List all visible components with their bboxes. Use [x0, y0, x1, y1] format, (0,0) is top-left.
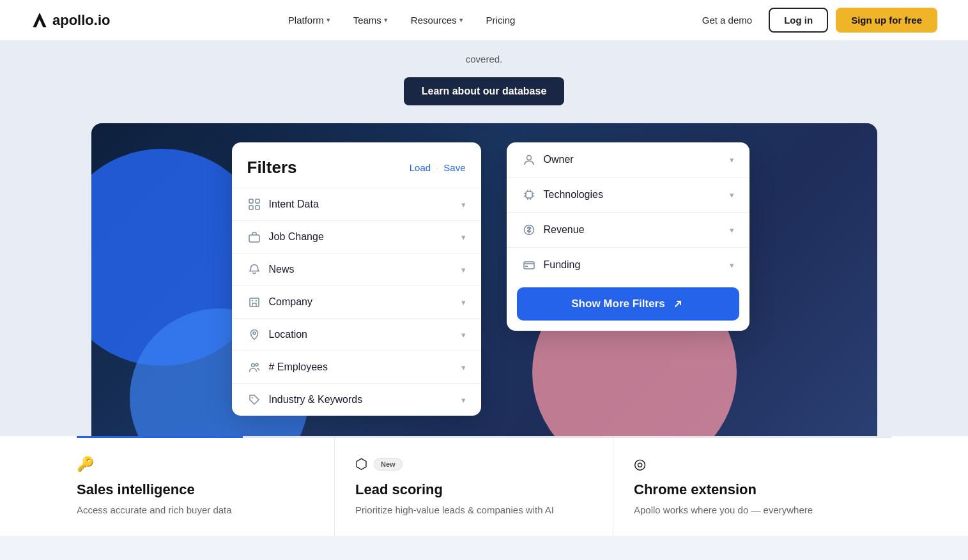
filter-company-label: Company: [269, 296, 312, 308]
filter-company[interactable]: Company ▾: [232, 285, 481, 318]
lead-scoring-title: Lead scoring: [355, 481, 592, 498]
filter-industry-keywords-label: Industry & Keywords: [269, 394, 363, 405]
svg-rect-6: [252, 300, 253, 301]
right-filter-technologies-label: Technologies: [544, 189, 603, 201]
nav-teams[interactable]: Teams ▾: [344, 10, 397, 31]
chevron-down-icon: ▾: [384, 16, 388, 24]
demo-card: Filters Load · Save Intent Data ▾: [91, 123, 877, 436]
svg-rect-13: [526, 192, 532, 198]
briefcase-icon: [247, 230, 261, 244]
chrome-extension-card: ◎ Chrome extension Apollo works where yo…: [613, 438, 891, 536]
grid-icon: [247, 197, 261, 211]
filter-employees-label: # Employees: [269, 361, 328, 373]
login-button[interactable]: Log in: [769, 8, 828, 33]
chrome-extension-desc: Apollo works where you do — everywhere: [634, 503, 871, 518]
pin-icon: [247, 328, 261, 342]
right-filter-technologies[interactable]: Technologies ▾: [507, 178, 749, 213]
sales-intelligence-title: Sales intelligence: [77, 481, 314, 498]
right-filter-funding-label: Funding: [544, 259, 581, 271]
chevron-down-icon: ▾: [327, 16, 330, 24]
chrome-extension-title: Chrome extension: [634, 481, 871, 498]
right-filter-owner[interactable]: Owner ▾: [507, 142, 749, 178]
signup-button[interactable]: Sign up for free: [836, 8, 937, 33]
nav-links: Platform ▾ Teams ▾ Resources ▾ Pricing: [279, 10, 525, 31]
chip-icon: [522, 188, 536, 202]
person-icon: [522, 153, 536, 167]
svg-rect-4: [249, 235, 259, 242]
filters-load-link[interactable]: Load: [410, 162, 431, 173]
svg-rect-1: [256, 199, 259, 203]
chevron-down-icon: ▾: [461, 363, 466, 372]
right-filters-panel: Owner ▾ Technologies ▾ Reven: [507, 142, 749, 331]
filters-title: Filters: [247, 158, 297, 178]
nav-pricing[interactable]: Pricing: [477, 10, 525, 31]
svg-point-10: [256, 363, 258, 366]
external-link-icon: [672, 298, 684, 310]
filter-job-change[interactable]: Job Change ▾: [232, 220, 481, 253]
card-icon: [522, 258, 536, 272]
svg-point-12: [526, 156, 531, 160]
chevron-down-icon: ▾: [461, 200, 466, 209]
navbar: apollo.io Platform ▾ Teams ▾ Resources ▾…: [0, 0, 968, 41]
svg-rect-16: [525, 266, 528, 267]
dollar-icon: [522, 223, 536, 237]
right-filter-revenue[interactable]: Revenue ▾: [507, 213, 749, 248]
nav-platform[interactable]: Platform ▾: [279, 10, 339, 31]
learn-database-button[interactable]: Learn about our database: [404, 77, 565, 105]
svg-rect-15: [524, 262, 534, 269]
filter-industry-keywords[interactable]: Industry & Keywords ▾: [232, 383, 481, 416]
filters-actions: Load · Save: [410, 162, 466, 173]
filter-intent-data-label: Intent Data: [269, 199, 319, 210]
right-filter-funding[interactable]: Funding ▾: [507, 248, 749, 282]
filter-employees[interactable]: # Employees ▾: [232, 351, 481, 383]
key-icon: 🔑: [77, 456, 94, 473]
chevron-down-icon: ▾: [461, 232, 466, 242]
svg-rect-0: [249, 199, 253, 203]
chevron-down-icon: ▾: [459, 16, 463, 24]
right-filter-revenue-label: Revenue: [544, 224, 585, 236]
tag-icon: [247, 393, 261, 407]
hero-section: covered. Learn about our database: [0, 41, 968, 123]
filter-news-label: News: [269, 264, 295, 275]
sales-intelligence-card: 🔑 Sales intelligence Access accurate and…: [77, 438, 334, 536]
lead-scoring-desc: Prioritize high-value leads & companies …: [355, 503, 592, 518]
building-icon: [247, 295, 261, 309]
bell-icon: [247, 262, 261, 276]
sales-intelligence-desc: Access accurate and rich buyer data: [77, 503, 314, 518]
chevron-down-icon: ▾: [461, 395, 466, 405]
svg-rect-7: [256, 300, 257, 301]
bottom-cards-row: 🔑 Sales intelligence Access accurate and…: [77, 438, 891, 536]
svg-point-8: [253, 332, 256, 335]
logo[interactable]: apollo.io: [31, 11, 110, 29]
svg-rect-3: [256, 206, 259, 209]
chevron-down-icon: ▾: [461, 298, 466, 307]
filters-header: Filters Load · Save: [232, 158, 481, 188]
chevron-down-icon: ▾: [730, 190, 734, 200]
people-icon: [247, 360, 261, 374]
svg-rect-2: [249, 206, 253, 209]
svg-point-11: [252, 397, 253, 398]
chevron-down-icon: ▾: [730, 225, 734, 235]
filters-save-link[interactable]: Save: [443, 162, 465, 173]
demo-area: Filters Load · Save Intent Data ▾: [0, 123, 968, 436]
lead-scoring-card: ⬡ New Lead scoring Prioritize high-value…: [334, 438, 613, 536]
lead-scoring-icon: ⬡: [355, 456, 367, 473]
logo-text: apollo.io: [52, 12, 110, 29]
hero-subtext: covered.: [13, 54, 955, 64]
filter-intent-data[interactable]: Intent Data ▾: [232, 188, 481, 220]
filter-location-label: Location: [269, 329, 308, 340]
new-badge: New: [374, 458, 403, 471]
nav-resources[interactable]: Resources ▾: [402, 10, 472, 31]
get-demo-link[interactable]: Get a demo: [693, 10, 761, 31]
filters-separator: ·: [436, 162, 438, 173]
chevron-down-icon: ▾: [461, 265, 466, 275]
nav-right: Get a demo Log in Sign up for free: [693, 8, 937, 33]
show-more-filters-button[interactable]: Show More Filters: [517, 287, 739, 321]
right-filter-owner-label: Owner: [544, 154, 574, 165]
chrome-icon: ◎: [634, 456, 646, 473]
filter-job-change-label: Job Change: [269, 231, 324, 243]
filters-panel: Filters Load · Save Intent Data ▾: [232, 142, 481, 416]
chevron-down-icon: ▾: [730, 155, 734, 165]
filter-location[interactable]: Location ▾: [232, 318, 481, 351]
filter-news[interactable]: News ▾: [232, 253, 481, 285]
